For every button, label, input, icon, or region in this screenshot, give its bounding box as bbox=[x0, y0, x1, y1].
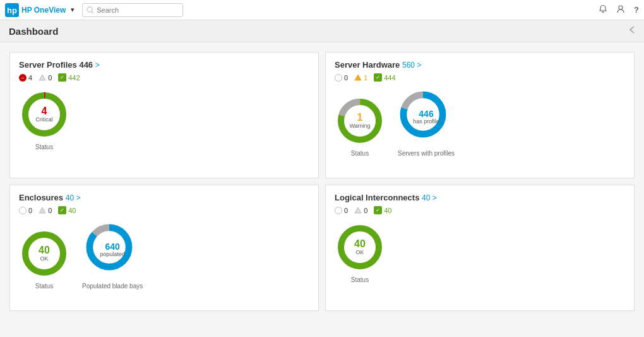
server-hardware-charts: 1 Warning Status 446 has profile bbox=[335, 89, 625, 157]
svg-marker-5 bbox=[39, 75, 45, 80]
svg-marker-9 bbox=[355, 75, 361, 80]
server-profiles-link[interactable]: > bbox=[95, 61, 100, 70]
sh-profiles-label: Servers with profiles bbox=[398, 150, 455, 157]
sp-status-chart: 4 Critical Status bbox=[19, 89, 69, 150]
sh-circle-icon bbox=[335, 74, 342, 82]
sh-badge-check: ✓ 444 bbox=[374, 73, 395, 82]
sp-status-center: 4 Critical bbox=[35, 106, 53, 123]
server-profiles-charts: 4 Critical Status bbox=[19, 89, 309, 150]
help-icon[interactable]: ? bbox=[634, 5, 639, 15]
sh-profiles-chart: 446 has profile Servers with profiles bbox=[398, 89, 455, 157]
logical-interconnects-badges: 0 0 ✓ 40 bbox=[335, 206, 625, 214]
collapse-icon bbox=[629, 25, 635, 34]
sh-ok-icon: ✓ bbox=[374, 73, 382, 82]
badge-critical: – 4 bbox=[19, 74, 32, 82]
logical-interconnects-title: Logical Interconnects 40 > bbox=[335, 193, 625, 202]
server-profiles-panel: Server Profiles 446 > – 4 0 ✓ 442 bbox=[9, 52, 319, 178]
logical-interconnects-panel: Logical Interconnects 40 > 0 0 ✓ 40 bbox=[325, 185, 635, 311]
enc-circle-icon bbox=[19, 207, 27, 214]
collapse-button[interactable] bbox=[629, 25, 635, 37]
li-status-center: 40 OK bbox=[354, 238, 366, 255]
sh-status-label: Status bbox=[351, 150, 369, 157]
server-hardware-title: Server Hardware 560 > bbox=[335, 60, 625, 70]
dashboard: Server Profiles 446 > – 4 0 ✓ 442 bbox=[0, 42, 644, 321]
enc-status-label: Status bbox=[35, 283, 53, 290]
li-status-label: Status bbox=[351, 276, 369, 283]
hp-logo-icon: hp bbox=[5, 3, 19, 17]
svg-line-3 bbox=[92, 11, 94, 13]
sh-status-donut: 1 Warning bbox=[335, 95, 385, 146]
enclosures-title: Enclosures 40 > bbox=[19, 193, 309, 202]
li-badge-check: ✓ 40 bbox=[374, 206, 391, 214]
enclosures-panel: Enclosures 40 > 0 0 ✓ 40 bbox=[9, 185, 319, 311]
enc-bays-chart: 640 populated Populated blade bays bbox=[82, 222, 143, 290]
enc-bays-center: 640 populated bbox=[100, 242, 125, 258]
enc-badge-check: ✓ 40 bbox=[58, 206, 76, 214]
li-warning-icon bbox=[354, 207, 362, 214]
enc-status-donut: 40 OK bbox=[19, 228, 69, 279]
logical-interconnects-charts: 40 OK Status bbox=[335, 222, 625, 283]
svg-marker-17 bbox=[39, 207, 45, 213]
search-icon bbox=[86, 6, 94, 14]
sp-status-label: Status bbox=[35, 144, 53, 150]
sp-status-donut: 4 Critical bbox=[19, 89, 69, 140]
server-profiles-badges: – 4 0 ✓ 442 bbox=[19, 73, 309, 82]
top-nav: hp HP OneView ▾ ? bbox=[0, 0, 644, 20]
enc-status-center: 40 OK bbox=[39, 245, 50, 262]
enc-bays-label: Populated blade bays bbox=[82, 283, 143, 290]
li-ok-icon: ✓ bbox=[374, 206, 382, 214]
badge-ok: ✓ 442 bbox=[58, 73, 80, 82]
enc-ok-icon: ✓ bbox=[58, 206, 66, 214]
sh-badge-ok: 0 bbox=[335, 74, 348, 82]
nav-right: ? bbox=[599, 4, 639, 15]
sh-status-center: 1 Warning bbox=[349, 112, 370, 129]
server-hardware-badges: 0 1 ✓ 444 bbox=[335, 73, 625, 82]
enclosures-badges: 0 0 ✓ 40 bbox=[19, 206, 309, 214]
ok-check-icon: ✓ bbox=[58, 73, 66, 82]
server-hardware-panel: Server Hardware 560 > 0 1 ✓ 444 bbox=[325, 52, 635, 178]
search-input[interactable] bbox=[97, 6, 179, 14]
sh-badge-warning: 1 bbox=[354, 74, 367, 82]
enc-badge-warning: 0 bbox=[39, 207, 52, 214]
enc-warning-icon bbox=[39, 207, 46, 214]
bell-icon[interactable] bbox=[599, 4, 607, 15]
server-profiles-title: Server Profiles 446 > bbox=[19, 60, 309, 70]
app-logo[interactable]: hp HP OneView bbox=[5, 3, 66, 17]
search-box[interactable] bbox=[82, 3, 183, 17]
svg-text:hp: hp bbox=[7, 6, 17, 15]
li-badge-gray: 0 bbox=[335, 207, 348, 214]
li-status-donut: 40 OK bbox=[335, 222, 385, 273]
critical-icon: – bbox=[19, 74, 27, 82]
sub-header: Dashboard bbox=[0, 20, 644, 42]
sh-warning-icon bbox=[354, 74, 362, 81]
svg-point-2 bbox=[87, 7, 92, 12]
enc-badge-gray: 0 bbox=[19, 207, 32, 214]
enc-status-chart: 40 OK Status bbox=[19, 228, 69, 290]
server-hardware-link[interactable]: 560 > bbox=[402, 61, 421, 70]
li-circle-icon bbox=[335, 207, 342, 214]
li-status-chart: 40 OK Status bbox=[335, 222, 385, 283]
app-name: HP OneView bbox=[21, 6, 66, 15]
li-badge-warning: 0 bbox=[354, 207, 367, 214]
nav-dropdown[interactable]: ▾ bbox=[71, 6, 75, 14]
sh-profiles-donut: 446 has profile bbox=[398, 89, 455, 146]
sh-profiles-center: 446 has profile bbox=[413, 109, 439, 125]
user-icon[interactable] bbox=[616, 4, 625, 15]
warning-triangle-icon bbox=[39, 74, 46, 81]
sh-status-chart: 1 Warning Status bbox=[335, 95, 385, 157]
enclosures-link[interactable]: 40 > bbox=[66, 193, 81, 202]
svg-marker-23 bbox=[355, 207, 361, 213]
dropdown-arrow-icon: ▾ bbox=[71, 6, 75, 14]
logical-interconnects-link[interactable]: 40 > bbox=[422, 193, 437, 202]
page-title: Dashboard bbox=[9, 26, 58, 37]
badge-warning: 0 bbox=[39, 74, 52, 82]
enc-bays-donut: 640 populated bbox=[84, 222, 141, 279]
enclosures-charts: 40 OK Status 640 populated bbox=[19, 222, 309, 290]
svg-point-4 bbox=[619, 6, 623, 9]
